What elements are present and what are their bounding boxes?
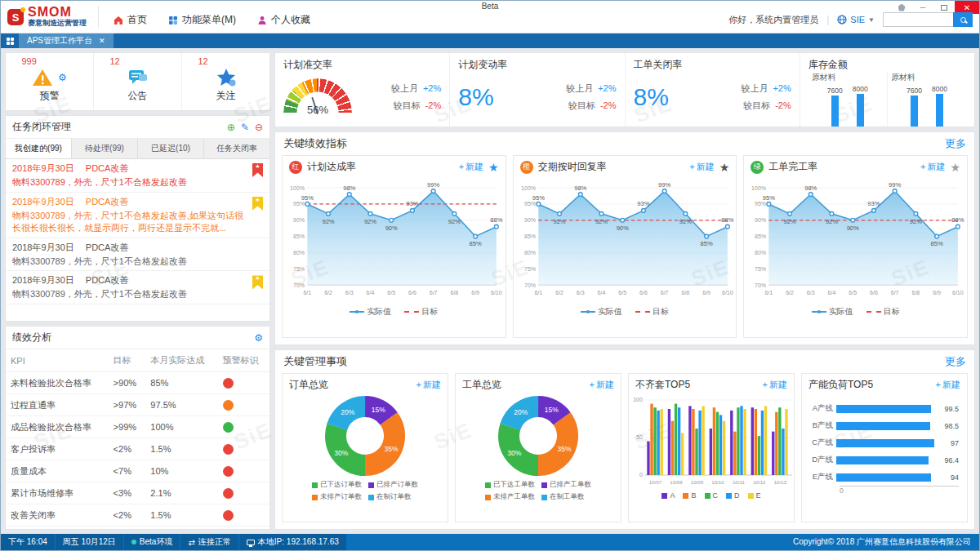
svg-text:95%: 95%	[293, 201, 305, 207]
svg-text:92%: 92%	[784, 218, 796, 225]
task-flag-icon: ★	[252, 163, 263, 177]
table-row[interactable]: 改善关闭率<2%1.5%	[6, 504, 270, 527]
plan-change-value: 8%	[458, 85, 493, 109]
svg-text:70%: 70%	[524, 282, 536, 288]
alert-cell-warning[interactable]: 999 ⚙ 预警	[6, 53, 94, 110]
task-date: 2018年9月30日	[12, 242, 74, 252]
svg-text:99%: 99%	[658, 181, 670, 189]
task-tab-delayed[interactable]: 已延迟(10)	[138, 139, 204, 158]
svg-text:6/3: 6/3	[345, 290, 354, 295]
new-button[interactable]: +新建	[416, 379, 441, 391]
task-list-item[interactable]: 2018年9月30日PDCA改善物料3300789，外壳，尺寸1不合格发起改善★	[6, 271, 270, 304]
status-ip: 本地IP: 192.168.17.63	[239, 534, 347, 550]
table-row[interactable]: 成品检验批次合格率>99%100%	[6, 416, 270, 438]
tab-aps-platform[interactable]: APS管理工作平台 ✕	[19, 33, 114, 48]
table-row[interactable]: 过程直通率>97%97.5%	[6, 394, 270, 416]
language-switcher[interactable]: SIE ▼	[837, 15, 875, 24]
kpi-chart-card: 橙交期按时回复率+新建★100%95%90%85%80%75%70%6/16/2…	[513, 155, 737, 338]
alert-cell-follow[interactable]: 12 关注	[182, 53, 270, 110]
task-edit-icon[interactable]: ✎	[241, 122, 249, 133]
user-greeting: 你好，系统内置管理员	[728, 14, 818, 26]
star-icon[interactable]: ★	[488, 162, 499, 173]
svg-text:85%: 85%	[470, 240, 482, 247]
hbar-category-label: B产线	[807, 420, 836, 431]
announcement-bubble-icon	[127, 68, 149, 87]
kpi-more-link[interactable]: 更多	[945, 136, 966, 151]
performance-analysis-panel: 绩效分析 ⚙ KPI 目标 本月实际达成 预警标识 来料检验批次合格率>90%8…	[5, 326, 270, 530]
legend-item: 在制工单数	[541, 492, 591, 502]
kpi-chart-card: 绿工单完工率+新建★100%95%90%85%80%75%70%6/16/26/…	[743, 155, 968, 338]
svg-text:6/3: 6/3	[577, 290, 585, 295]
new-button[interactable]: +新建	[459, 161, 483, 173]
performance-settings-gear-icon[interactable]: ⚙	[254, 332, 263, 344]
svg-text:6/5: 6/5	[387, 290, 395, 295]
new-button[interactable]: +新建	[763, 379, 787, 391]
svg-text:30%: 30%	[507, 449, 521, 457]
metric-plan-change: 计划变动率 8% 较上月+2% 较目标-2%	[450, 53, 625, 127]
minimize-icon[interactable]: ─	[912, 1, 933, 14]
task-list-item[interactable]: 2018年9月30日PDCA改善物料3300789，外壳，尺寸1不合格发起改善	[6, 238, 270, 272]
tab-grid-icon[interactable]	[1, 33, 19, 48]
task-description: 物料3300789，外壳，尺寸1不合格发起改善	[12, 288, 252, 300]
hbar-value-label: 98.5	[944, 422, 959, 430]
favorites-icon	[257, 16, 267, 25]
svg-text:6/4: 6/4	[367, 290, 375, 295]
line-chart: 100%95%90%85%80%75%70%6/16/26/36/46/56/6…	[744, 176, 967, 306]
table-row[interactable]: 质量成本<7%10%	[6, 460, 270, 482]
svg-text:92%: 92%	[322, 218, 334, 225]
maximize-icon[interactable]	[933, 1, 955, 14]
star-icon[interactable]: ★	[719, 162, 730, 173]
table-row[interactable]: 来料检验批次合格率>90%85%	[6, 372, 270, 394]
search-input[interactable]	[883, 12, 953, 27]
task-remove-icon[interactable]: ⊖	[255, 122, 263, 133]
kpi-actual: 1.5%	[145, 438, 217, 460]
card-title: 工单总览	[462, 378, 501, 392]
star-icon[interactable]: ★	[950, 162, 960, 173]
nav-item-home[interactable]: 首页	[114, 13, 147, 27]
donut-chart: 15%35%30%20%	[318, 393, 412, 478]
svg-text:92%: 92%	[826, 218, 838, 225]
follow-count-badge: 12	[198, 56, 208, 66]
delivery-rate-gauge: 56%	[283, 78, 352, 116]
svg-text:10/11: 10/11	[733, 479, 745, 485]
tab-close-icon[interactable]: ✕	[99, 37, 105, 45]
plus-icon: +	[936, 380, 941, 389]
kpi-target: >97%	[109, 394, 146, 416]
task-list-item[interactable]: 2018年9月30日PDCA改善物料3300789，外壳，尺寸1不合格发起改善★	[6, 159, 270, 193]
new-button[interactable]: +新建	[936, 379, 960, 391]
new-button[interactable]: +新建	[689, 161, 714, 173]
task-tab-pending[interactable]: 待处理(99)	[72, 139, 138, 158]
svg-text:93%: 93%	[868, 200, 880, 207]
legend-item: 未排产工单数	[485, 492, 535, 502]
nav-item-menu[interactable]: 功能菜单(M)	[168, 13, 236, 27]
chart-legend: 实际值目标	[283, 306, 506, 321]
svg-text:80%: 80%	[524, 250, 536, 256]
smom-logo-icon: S	[7, 9, 24, 25]
management-more-link[interactable]: 更多	[945, 354, 966, 369]
svg-text:15%: 15%	[545, 406, 559, 414]
new-button[interactable]: +新建	[590, 379, 614, 391]
table-row[interactable]: 客户投诉率<2%1.5%	[6, 438, 270, 460]
search-button[interactable]	[953, 12, 973, 27]
hbar-value-label: 94	[951, 473, 959, 482]
kpi-table: KPI 目标 本月实际达成 预警标识 来料检验批次合格率>90%85%过程直通率…	[6, 349, 270, 527]
chart-title: 计划达成率	[307, 160, 356, 174]
task-add-icon[interactable]: ⊕	[227, 122, 235, 133]
warning-settings-gear-icon[interactable]: ⚙	[58, 72, 67, 83]
svg-text:20%: 20%	[514, 408, 528, 416]
svg-text:35%: 35%	[558, 445, 572, 453]
svg-text:92%: 92%	[679, 218, 691, 225]
nav-item-favorites[interactable]: 个人收藏	[257, 13, 310, 27]
pin-icon[interactable]	[891, 1, 912, 14]
task-tab-created[interactable]: 我创建的(99)	[6, 139, 72, 158]
plus-icon: +	[416, 380, 421, 389]
table-row[interactable]: 累计市场维修率<3%2.1%	[6, 482, 270, 504]
hbar-bar	[836, 422, 930, 430]
task-tab-closure[interactable]: 任务关闭率	[204, 139, 270, 158]
alert-cell-announcement[interactable]: 12 公告	[94, 53, 182, 110]
new-button[interactable]: +新建	[920, 161, 945, 173]
svg-text:6/6: 6/6	[408, 290, 416, 295]
legend-item: 已排产工单数	[541, 480, 591, 490]
task-list-item[interactable]: 2018年9月30日PDCA改善物料3300789，外壳，尺寸1不合格发起改善,…	[6, 193, 270, 238]
svg-text:20%: 20%	[341, 408, 354, 416]
